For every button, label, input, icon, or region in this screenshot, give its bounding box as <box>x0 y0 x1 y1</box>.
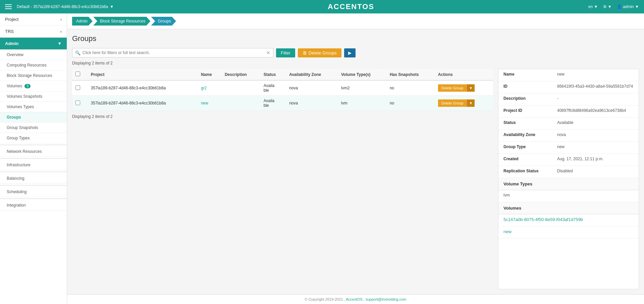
display-count-top: Displaying 2 items of 2 <box>72 61 639 66</box>
sidebar-item-block-storage-resources[interactable]: Block Storage Resources <box>0 71 67 81</box>
filter-button[interactable]: Filter <box>276 48 295 57</box>
row2-project: 357la189-b287-4d46-88c3-e4cc30b61b8a <box>88 96 198 111</box>
sidebar-item-volumes-snapshots[interactable]: Volumes Snapshots <box>0 91 67 102</box>
page-title: Groups <box>72 34 639 43</box>
project-selector-arrow: ▼ <box>110 4 114 9</box>
sidebar-item-trs[interactable]: TRS › <box>0 26 67 38</box>
col-description: Description <box>221 69 260 80</box>
sidebar-divider-1 <box>0 145 67 145</box>
row2-dropdown-arrow[interactable]: ▼ <box>467 99 475 107</box>
volumes-badge: 9 <box>24 84 31 88</box>
detail-label-project-id: Project ID <box>503 108 557 113</box>
sidebar-item-group-types[interactable]: Group Types <box>0 133 67 143</box>
detail-row-status: Status Available <box>498 118 639 130</box>
detail-panel: Name new ID 866419f3-45a3-4430-a8a4-59a5… <box>498 69 639 289</box>
row1-status: Available <box>260 80 286 96</box>
detail-row-volume-link1: 5c147a0b-8075-4f50-8e59-f043af1d759b <box>498 214 639 226</box>
breadcrumb-block-storage[interactable]: Block Storage Resources <box>93 17 150 26</box>
breadcrumb-admin[interactable]: Admin <box>72 17 93 26</box>
row1-availability-zone: nova <box>286 80 338 96</box>
detail-volume-link2[interactable]: new <box>503 229 512 234</box>
detail-label-replication-status: Replication Status <box>503 169 557 173</box>
row2-description <box>221 96 260 111</box>
footer-support-link[interactable]: support@tnxholding.com <box>366 297 407 301</box>
app-logo: ACCENTOS <box>328 2 374 11</box>
col-actions: Actions <box>435 69 493 80</box>
table-body: 357la189-b287-4d46-88c3-e4cc30b61b8a gr2… <box>72 80 493 111</box>
detail-value-description: - <box>557 96 634 101</box>
sidebar-item-group-snapshots[interactable]: Group Snapshots <box>0 123 67 133</box>
display-count-bottom: Displaying 2 items of 2 <box>72 114 493 119</box>
detail-label-id: ID <box>503 84 557 89</box>
detail-value-name: new <box>557 72 634 77</box>
row1-name-link[interactable]: gr2 <box>201 86 207 90</box>
table-row: 357la189-b287-4d46-88c3-e4cc30b61b8a new… <box>72 96 493 111</box>
detail-label-description: Description <box>503 96 557 101</box>
col-volume-types: Volume Type(s) <box>338 69 386 80</box>
detail-row-id: ID 866419f3-45a3-4430-a8a4-59a5581b7d74 <box>498 81 639 93</box>
detail-volumes-header: Volumes <box>498 202 639 214</box>
row1-action-group: Delete Group ▼ <box>438 84 490 92</box>
detail-value-availability-zone: nova <box>557 132 634 137</box>
footer-accentos-link[interactable]: AccentOS <box>346 297 363 301</box>
row1-volume-types: lvm2 <box>338 80 386 96</box>
sidebar-item-network-resources[interactable]: Network Resources <box>0 146 67 157</box>
row2-volume-types: lvm <box>338 96 386 111</box>
sidebar: Project › TRS › Admin ▼ Overview Computi… <box>0 13 67 304</box>
sidebar-item-volumes[interactable]: Volumes 9 <box>0 81 67 91</box>
row1-select-checkbox[interactable] <box>75 85 80 90</box>
breadcrumb-groups[interactable]: Groups <box>151 17 176 26</box>
row2-name-link[interactable]: new <box>201 101 208 105</box>
detail-value-volume-types: lvm <box>503 193 634 198</box>
detail-label-created: Created <box>503 157 557 161</box>
arrow-button[interactable]: ▶ <box>344 48 356 57</box>
sidebar-item-balancing[interactable]: Balancing <box>0 173 67 184</box>
project-selector[interactable]: Default - 357la189-b287-4d46-88c3-e4cc30… <box>17 4 114 9</box>
main-layout: Project › TRS › Admin ▼ Overview Computi… <box>0 13 644 304</box>
hamburger-menu[interactable] <box>5 4 12 9</box>
row2-select-checkbox[interactable] <box>75 100 80 105</box>
breadcrumb: Admin Block Storage Resources Groups <box>67 13 644 29</box>
row1-delete-button[interactable]: Delete Group <box>438 84 467 92</box>
sidebar-item-project[interactable]: Project › <box>0 13 67 26</box>
detail-value-group-type: new <box>557 144 634 149</box>
select-all-checkbox[interactable] <box>75 72 80 76</box>
project-selector-label: Default - 357la189-b287-4d46-88c3-e4cc30… <box>17 4 108 9</box>
user-menu[interactable]: 👤 admin ▼ <box>617 4 639 9</box>
sidebar-item-infrastructure[interactable]: Infrastructure <box>0 160 67 170</box>
main-content: Admin Block Storage Resources Groups Gro… <box>67 13 644 304</box>
detail-row-group-type: Group Type new <box>498 142 639 154</box>
row2-delete-button[interactable]: Delete Group <box>438 99 467 107</box>
language-selector[interactable]: en ▼ <box>588 4 598 9</box>
detail-volume-types-header: Volume Types <box>498 178 639 190</box>
settings-icon[interactable]: ⚙ ▼ <box>603 4 612 9</box>
sidebar-item-admin[interactable]: Admin ▼ <box>0 38 67 50</box>
sidebar-item-integration[interactable]: Integration <box>0 200 67 211</box>
search-box: 🔍 ✕ <box>72 48 273 57</box>
sidebar-item-groups[interactable]: Groups <box>0 112 67 123</box>
delete-groups-button[interactable]: 🗑 Delete Groups <box>298 48 341 57</box>
detail-value-project-id: 40897ffc8d88496a92ea9613ce6738b4 <box>557 108 634 113</box>
row1-project: 357la189-b287-4d46-88c3-e4cc30b61b8a <box>88 80 198 96</box>
groups-table: Project Name Description Status Availabi… <box>72 69 493 111</box>
table-header-row: Project Name Description Status Availabi… <box>72 69 493 80</box>
detail-row-created: Created Aug. 17, 2021, 12:11 p.m. <box>498 154 639 166</box>
row1-description <box>221 80 260 96</box>
sidebar-item-overview[interactable]: Overview <box>0 50 67 60</box>
search-input[interactable] <box>83 50 266 55</box>
sidebar-item-computing-resources[interactable]: Computing Resources <box>0 60 67 71</box>
row1-name: gr2 <box>198 80 221 96</box>
col-status: Status <box>260 69 286 80</box>
detail-label-status: Status <box>503 120 557 125</box>
row2-has-snapshots: no <box>386 96 435 111</box>
detail-value-status: Available <box>557 120 634 125</box>
detail-volume-link1[interactable]: 5c147a0b-8075-4f50-8e59-f043af1d759b <box>503 217 583 222</box>
search-icon: 🔍 <box>75 50 80 55</box>
content-area: Groups 🔍 ✕ Filter 🗑 Delete Groups ▶ Disp… <box>67 29 644 294</box>
sidebar-item-volumes-types[interactable]: Volumes Types <box>0 102 67 112</box>
sidebar-item-scheduling[interactable]: Scheduling <box>0 187 67 197</box>
search-clear-icon[interactable]: ✕ <box>266 50 270 55</box>
table-header: Project Name Description Status Availabi… <box>72 69 493 80</box>
detail-row-volume-link2: new <box>498 226 639 238</box>
row1-dropdown-arrow[interactable]: ▼ <box>467 84 475 92</box>
